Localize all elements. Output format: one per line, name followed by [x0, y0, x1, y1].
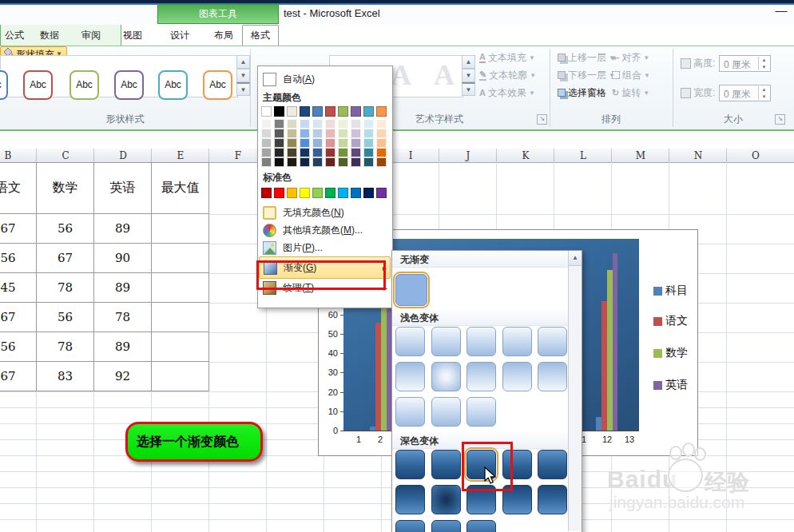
theme-tint-swatch[interactable]: [338, 138, 348, 148]
scroll-up-icon[interactable]: ▲: [236, 55, 250, 69]
gradient-swatch-light[interactable]: [395, 362, 425, 391]
shape-style-abc[interactable]: Abc: [203, 70, 232, 100]
table-cell[interactable]: 45: [0, 273, 37, 303]
theme-tint-swatch[interactable]: [274, 157, 284, 167]
standard-color-swatch[interactable]: [287, 188, 297, 198]
align-button[interactable]: ⇤ 对齐 ▼: [612, 50, 649, 65]
column-header-B[interactable]: B: [0, 149, 37, 162]
theme-tint-swatch[interactable]: [363, 119, 374, 129]
gradient-swatch-dark[interactable]: [431, 485, 461, 514]
gradient-swatch-light[interactable]: [538, 327, 567, 356]
theme-color-swatch[interactable]: [376, 106, 387, 117]
theme-tint-swatch[interactable]: [312, 148, 323, 157]
theme-color-swatch[interactable]: [363, 106, 374, 117]
theme-tint-swatch[interactable]: [338, 157, 348, 167]
standard-color-swatch[interactable]: [261, 188, 272, 198]
table-cell[interactable]: [152, 273, 209, 303]
gradient-swatch-dark[interactable]: [538, 485, 567, 514]
column-header-D[interactable]: D: [94, 149, 152, 162]
theme-tint-swatch[interactable]: [376, 129, 387, 138]
theme-tint-swatch[interactable]: [312, 129, 323, 138]
table-cell[interactable]: 67: [37, 244, 94, 273]
height-field[interactable]: 0 厘米 ▲▼: [719, 55, 771, 72]
theme-tint-swatch[interactable]: [300, 138, 310, 148]
no-gradient-swatch[interactable]: [395, 274, 427, 306]
gradient-swatch-light[interactable]: [395, 327, 425, 356]
theme-tint-swatch[interactable]: [287, 157, 297, 167]
theme-color-swatch[interactable]: [287, 106, 297, 117]
shape-style-abc[interactable]: Abc: [69, 70, 99, 100]
gradient-swatch-dark[interactable]: [395, 520, 425, 532]
column-header-M[interactable]: M: [612, 149, 669, 162]
submenu-scrollbar[interactable]: ▲: [568, 251, 582, 531]
theme-color-swatch[interactable]: [351, 106, 361, 117]
table-cell[interactable]: 56: [0, 244, 37, 273]
theme-tint-swatch[interactable]: [325, 157, 335, 167]
menu-item-picture[interactable]: 图片(P)...: [259, 239, 391, 256]
theme-tint-swatch[interactable]: [363, 157, 374, 167]
shape-style-abc[interactable]: Abc: [158, 70, 188, 100]
theme-tint-swatch[interactable]: [338, 148, 348, 157]
table-cell[interactable]: 56: [37, 303, 94, 332]
chart-bar-科目[interactable]: [370, 427, 375, 431]
tab-data[interactable]: 数据: [35, 25, 64, 46]
gradient-swatch-light[interactable]: [431, 397, 461, 427]
tab-view[interactable]: 视图: [118, 25, 147, 46]
standard-color-swatch[interactable]: [300, 188, 310, 198]
theme-tint-swatch[interactable]: [274, 138, 284, 148]
theme-color-swatch[interactable]: [325, 106, 335, 117]
chart-bar-语文[interactable]: [601, 301, 607, 431]
theme-tint-swatch[interactable]: [287, 119, 297, 129]
theme-tint-swatch[interactable]: [351, 138, 361, 148]
table-cell[interactable]: 83: [37, 362, 94, 391]
table-cell[interactable]: 89: [94, 273, 152, 303]
height-stepper[interactable]: ▲▼: [758, 57, 769, 70]
table-cell[interactable]: 92: [94, 362, 152, 391]
theme-tint-swatch[interactable]: [376, 157, 387, 167]
legend-item[interactable]: 语文: [653, 314, 688, 328]
theme-tint-swatch[interactable]: [287, 148, 297, 157]
standard-color-swatch[interactable]: [325, 188, 335, 198]
chart-bar-英语[interactable]: [613, 253, 617, 431]
gradient-swatch-dark[interactable]: [431, 450, 461, 479]
scroll-down-icon[interactable]: ▼: [462, 69, 475, 82]
theme-color-swatch[interactable]: [338, 106, 348, 117]
width-field[interactable]: 0 厘米 ▲▼: [719, 85, 771, 101]
scroll-up-icon[interactable]: ▲: [462, 55, 475, 69]
table-cell[interactable]: 90: [94, 244, 152, 273]
theme-tint-swatch[interactable]: [376, 119, 387, 129]
chart-bar-数学[interactable]: [381, 301, 387, 431]
table-cell[interactable]: 56: [0, 332, 37, 362]
table-cell[interactable]: 78: [37, 273, 94, 303]
gradient-swatch-light[interactable]: [431, 327, 461, 356]
standard-color-swatch[interactable]: [274, 188, 284, 198]
table-cell[interactable]: [152, 362, 209, 391]
table-cell[interactable]: 78: [37, 332, 94, 362]
theme-tint-swatch[interactable]: [300, 129, 310, 138]
theme-tint-swatch[interactable]: [312, 119, 323, 129]
theme-tint-swatch[interactable]: [261, 138, 272, 148]
table-header-cell[interactable]: 最大值: [152, 162, 209, 214]
table-cell[interactable]: [152, 244, 209, 273]
table-header-cell[interactable]: 语文: [0, 162, 37, 214]
table-cell[interactable]: 89: [94, 332, 152, 362]
gradient-swatch-dark[interactable]: [395, 450, 425, 479]
column-header-C[interactable]: C: [37, 149, 94, 162]
standard-color-swatch[interactable]: [312, 188, 323, 198]
legend-item[interactable]: 数学: [653, 346, 688, 360]
tab-design[interactable]: 设计: [164, 25, 196, 46]
shape-style-abc[interactable]: Abc: [0, 70, 8, 100]
legend-item[interactable]: 英语: [653, 378, 688, 392]
theme-tint-swatch[interactable]: [363, 148, 374, 157]
theme-tint-swatch[interactable]: [351, 148, 361, 157]
theme-tint-swatch[interactable]: [261, 119, 272, 129]
chart-bar-语文[interactable]: [375, 323, 381, 431]
column-header-row[interactable]: BCDEFGHIJKLMNO: [0, 149, 794, 163]
shape-style-abc[interactable]: Abc: [23, 70, 53, 100]
theme-tint-swatch[interactable]: [274, 129, 284, 138]
gallery-more-icon[interactable]: ▼: [236, 82, 250, 96]
tab-format-active[interactable]: 格式: [242, 25, 279, 46]
table-header-cell[interactable]: 数学: [37, 162, 94, 214]
menu-item-automatic[interactable]: 自动(A): [259, 70, 391, 88]
shape-style-gallery-scrollbar[interactable]: ▲ ▼ ▼: [236, 55, 250, 96]
